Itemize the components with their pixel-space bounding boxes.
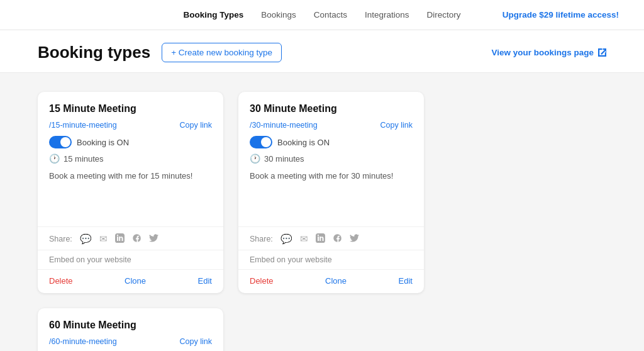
page-title: Booking types bbox=[38, 43, 150, 62]
share-row: Share: 💬 ✉ bbox=[38, 226, 223, 250]
twitter-icon[interactable] bbox=[350, 233, 359, 245]
upgrade-link[interactable]: Upgrade $29 lifetime access! bbox=[502, 10, 619, 20]
card-body: 15 Minute Meeting /15-minute-meeting Cop… bbox=[38, 92, 223, 226]
nav-link-directory[interactable]: Directory bbox=[427, 10, 461, 20]
card-url-row: /30-minute-meeting Copy link bbox=[250, 121, 413, 130]
duration-row: 🕐 30 minutes bbox=[250, 153, 413, 164]
embed-row: Embed on your website bbox=[238, 250, 424, 269]
create-booking-type-button[interactable]: + Create new booking type bbox=[162, 43, 282, 62]
nav-link-contacts[interactable]: Contacts bbox=[314, 10, 347, 20]
linkedin-icon[interactable] bbox=[115, 233, 125, 245]
embed-link[interactable]: Embed on your website bbox=[49, 255, 131, 264]
facebook-icon[interactable] bbox=[333, 233, 342, 245]
card-url-link[interactable]: /30-minute-meeting bbox=[250, 121, 318, 130]
duration-text: 30 minutes bbox=[264, 154, 304, 164]
booking-toggle[interactable] bbox=[49, 136, 72, 148]
nav-link-integrations[interactable]: Integrations bbox=[365, 10, 409, 20]
nav-links: Booking TypesBookingsContactsIntegration… bbox=[183, 10, 460, 20]
share-label: Share: bbox=[49, 235, 72, 243]
duration-text: 15 minutes bbox=[64, 154, 104, 164]
toggle-row: Booking is ON bbox=[49, 136, 212, 148]
booking-card-3: 60 Minute Meeting /60-minute-meeting Cop… bbox=[38, 308, 223, 351]
card-url-link[interactable]: /15-minute-meeting bbox=[49, 121, 117, 130]
toggle-label: Booking is ON bbox=[277, 138, 330, 147]
facebook-icon[interactable] bbox=[132, 233, 142, 245]
card-url-row: /15-minute-meeting Copy link bbox=[49, 121, 212, 130]
card-actions: Delete Clone Edit bbox=[238, 269, 424, 293]
card-title: 30 Minute Meeting bbox=[250, 103, 413, 114]
cards-container: 15 Minute Meeting /15-minute-meeting Cop… bbox=[0, 73, 644, 351]
email-icon[interactable]: ✉ bbox=[99, 233, 108, 245]
share-label: Share: bbox=[250, 235, 273, 243]
duration-row: 🕐 15 minutes bbox=[49, 153, 212, 164]
chat-icon[interactable]: 💬 bbox=[80, 233, 92, 245]
booking-card-1: 15 Minute Meeting /15-minute-meeting Cop… bbox=[38, 92, 223, 293]
share-row: Share: 💬 ✉ bbox=[238, 226, 424, 250]
card-title: 60 Minute Meeting bbox=[49, 320, 212, 331]
card-url-link[interactable]: /60-minute-meeting bbox=[49, 337, 117, 346]
page-header-left: Booking types + Create new booking type bbox=[38, 43, 282, 62]
embed-row: Embed on your website bbox=[38, 250, 223, 269]
card-body: 60 Minute Meeting /60-minute-meeting Cop… bbox=[38, 308, 223, 351]
card-title: 15 Minute Meeting bbox=[49, 103, 212, 114]
clock-icon: 🕐 bbox=[250, 153, 260, 164]
booking-card-2: 30 Minute Meeting /30-minute-meeting Cop… bbox=[238, 92, 424, 293]
clone-button[interactable]: Clone bbox=[325, 276, 347, 286]
card-url-row: /60-minute-meeting Copy link bbox=[49, 337, 212, 346]
booking-description: Book a meeting with me for 15 minutes! bbox=[49, 170, 212, 200]
nav-link-bookings[interactable]: Bookings bbox=[261, 10, 296, 20]
copy-link-button[interactable]: Copy link bbox=[380, 121, 413, 130]
edit-button[interactable]: Edit bbox=[198, 276, 212, 286]
toggle-row: Booking is ON bbox=[250, 136, 413, 148]
nav-link-booking-types[interactable]: Booking Types bbox=[183, 10, 243, 20]
copy-link-button[interactable]: Copy link bbox=[180, 337, 212, 346]
booking-description: Book a meeting with me for 30 minutes! bbox=[250, 170, 413, 200]
chat-icon[interactable]: 💬 bbox=[280, 233, 292, 245]
card-actions: Delete Clone Edit bbox=[38, 269, 223, 293]
card-body: 30 Minute Meeting /30-minute-meeting Cop… bbox=[238, 92, 424, 226]
booking-toggle[interactable] bbox=[250, 136, 272, 148]
delete-button[interactable]: Delete bbox=[250, 276, 274, 286]
twitter-icon[interactable] bbox=[149, 233, 158, 245]
clone-button[interactable]: Clone bbox=[125, 276, 146, 286]
toggle-label: Booking is ON bbox=[77, 138, 129, 147]
edit-button[interactable]: Edit bbox=[399, 276, 413, 286]
linkedin-icon[interactable] bbox=[316, 233, 325, 245]
external-link-icon bbox=[598, 48, 606, 57]
page-header: Booking types + Create new booking type … bbox=[0, 30, 644, 73]
email-icon[interactable]: ✉ bbox=[300, 233, 308, 245]
navbar: Booking TypesBookingsContactsIntegration… bbox=[0, 0, 644, 30]
delete-button[interactable]: Delete bbox=[49, 276, 73, 286]
view-bookings-page-link[interactable]: View your bookings page bbox=[491, 48, 606, 57]
copy-link-button[interactable]: Copy link bbox=[180, 121, 212, 130]
embed-link[interactable]: Embed on your website bbox=[250, 255, 332, 264]
clock-icon: 🕐 bbox=[49, 153, 60, 164]
